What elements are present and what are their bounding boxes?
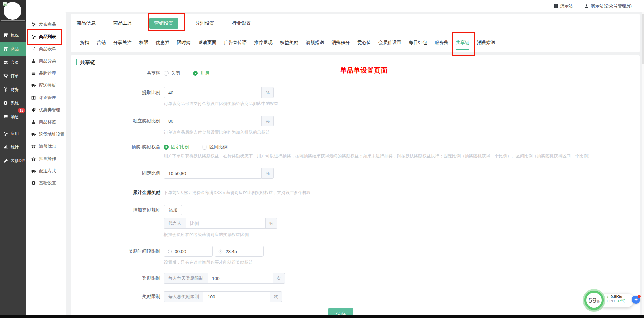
system-monitor-widget[interactable]: ↓ 0.6K/s CPU 37℃ 59 % + — [584, 289, 642, 313]
user-icon — [584, 4, 589, 8]
sidebar-item-overview[interactable]: 概况 — [0, 28, 26, 42]
sidebar-item-diy[interactable]: 装修DIY — [0, 154, 26, 167]
cumulative-row: 累计金额奖励 下单前N天累计消费金额满XXX元获得对应的比例奖励权益，支持设置多… — [71, 190, 640, 196]
spokesperson-prepend: 代言人 — [164, 218, 186, 229]
subtab-member-price[interactable]: 会员价设置 — [378, 40, 402, 46]
subnav-batch-operations[interactable]: 批量操作 — [26, 153, 66, 165]
extract-ratio-help: 订单该商品最终支付金额设置比例奖励给该商品排队中的权益 — [164, 101, 640, 107]
fixed-ratio-input[interactable] — [164, 168, 262, 179]
subtab-service-fee[interactable]: 服务费 — [435, 40, 449, 46]
independent-ratio-input[interactable] — [164, 116, 262, 126]
percent-suffix: % — [266, 218, 277, 229]
subnav-brand-management[interactable]: 品牌管理 — [26, 67, 66, 79]
percent-suffix: % — [262, 116, 274, 126]
subnav-return-address[interactable]: 退货地址设置 — [26, 128, 66, 140]
daily-limit-input[interactable] — [208, 273, 273, 284]
download-arrow-icon: ↓ — [607, 295, 609, 299]
sidebar-item-apps[interactable]: 应用 — [0, 127, 26, 140]
subtab-love-value[interactable]: 爱心值 — [357, 40, 371, 46]
sidebar-item-finance[interactable]: 财务 — [0, 83, 26, 96]
subnav-shipping-template[interactable]: 配送模板 — [26, 79, 66, 92]
goods-form-icon — [31, 47, 36, 51]
tab-industry-settings[interactable]: 行业设置 — [231, 18, 252, 29]
grid-icon — [554, 4, 558, 8]
subtab-invite-page[interactable]: 邀请页面 — [198, 40, 216, 46]
section-title: 共享链 — [76, 59, 640, 65]
assistant-plus-button[interactable]: + — [632, 296, 640, 304]
subtab-discount[interactable]: 折扣 — [80, 40, 89, 46]
sidebar-item-messages[interactable]: 消息15 — [0, 110, 26, 123]
total-limit-label: 奖励限制 — [71, 294, 164, 300]
radio-fixed-ratio[interactable]: 固定比例 — [164, 144, 189, 150]
cumulative-help: 下单前N天累计消费金额满XXX元获得对应的比例奖励权益，支持设置多个梯度 — [164, 190, 311, 196]
add-rule-label: 增加奖励规则 — [71, 207, 164, 213]
tab-goods-tools[interactable]: 商品工具 — [113, 18, 133, 29]
subtab-ad-slogan[interactable]: 广告宣传语 — [224, 40, 247, 46]
goods-category-icon — [31, 59, 36, 63]
subnav-goods-list[interactable]: 商品列表 — [26, 31, 66, 43]
subtab-coupon[interactable]: 优惠券 — [156, 40, 170, 46]
sidebar-item-stats[interactable]: 统计 — [0, 140, 26, 154]
subtab-consume-gift[interactable]: 消费赠送 — [477, 40, 495, 46]
subtab-rights-reward[interactable]: 权益奖励 — [280, 40, 298, 46]
lottery-block: 抽奖-奖励权益 固定比例 区间比例 用户下单后获得默认奖励权益，在待奖励状态下，… — [71, 144, 640, 159]
total-limit-input[interactable] — [203, 291, 270, 302]
annotation-note: 单品单设置页面 — [340, 66, 388, 75]
batch-operations-icon — [31, 157, 36, 161]
subnav-coupon-management[interactable]: 优惠券管理 — [26, 104, 66, 116]
tab-marketing-settings[interactable]: 营销设置 — [149, 18, 178, 29]
subnav-goods-category[interactable]: 商品分类 — [26, 55, 66, 67]
subnav-review-management[interactable]: 评论管理 — [26, 92, 66, 104]
site-logo[interactable] — [0, 0, 26, 22]
subnav-full-discount[interactable]: 满额优惠 — [26, 140, 66, 153]
subnav-publish-goods[interactable]: 发布商品 — [26, 18, 66, 31]
net-cpu-pill[interactable]: ↓ 0.6K/s CPU 37℃ — [599, 294, 634, 307]
subtab-share-follow[interactable]: 分享关注 — [113, 40, 132, 46]
scrollbar-thumb[interactable] — [642, 14, 644, 64]
add-rule-button[interactable]: 添加 — [164, 205, 182, 215]
taskbar-strip — [0, 315, 644, 318]
sidebar-item-members[interactable]: 会员 — [0, 56, 26, 69]
independent-ratio-label: 独立奖励比例 — [71, 118, 164, 124]
tab-profit-settings[interactable]: 分润设置 — [195, 18, 215, 29]
radio-share-on[interactable]: 开启 — [193, 70, 209, 76]
time-start-input[interactable]: 00:00 — [164, 246, 213, 257]
notification-dot — [638, 295, 641, 298]
memory-usage-gauge[interactable]: 59 % — [584, 291, 604, 310]
plus-icon: + — [634, 296, 638, 303]
top-header: 演示站 演示站(公众号管理员) — [26, 0, 644, 12]
site-name: 演示站 — [560, 3, 573, 9]
subnav-goods-tags[interactable]: 商品标签 — [26, 116, 66, 128]
goods-tags-icon — [31, 120, 36, 124]
fixed-ratio-row: 固定比例 % — [71, 168, 640, 179]
radio-share-off[interactable]: 关闭 — [164, 70, 180, 76]
extract-ratio-input[interactable] — [164, 87, 262, 98]
subnav-shipping-method[interactable]: 配送方式 — [26, 165, 66, 177]
account-menu[interactable]: 演示站(公众号管理员) — [584, 3, 632, 9]
radio-range-ratio[interactable]: 区间比例 — [202, 144, 228, 150]
subtab-permission[interactable]: 权限 — [139, 40, 148, 46]
total-limit-prepend: 每人总奖励限制 — [164, 291, 203, 302]
subtab-daily-redpacket[interactable]: 每日红包 — [409, 40, 427, 46]
time-end-input[interactable]: 23:45 — [215, 246, 264, 257]
radio-circle-icon — [193, 71, 198, 76]
tab-goods-info[interactable]: 商品信息 — [76, 18, 96, 29]
goods-icon — [3, 46, 8, 51]
primary-sidebar: 概况商品会员订单财务系统消息15应用统计装修DIY — [0, 0, 26, 318]
site-switcher[interactable]: 演示站 — [554, 3, 573, 9]
subnav-goods-form[interactable]: 商品表单 — [26, 43, 66, 55]
daily-limit-label: 奖励限制 — [71, 275, 164, 281]
subnav-basic-settings[interactable]: 基础设置 — [26, 177, 66, 189]
sidebar-item-goods[interactable]: 商品 — [0, 42, 26, 56]
sidebar-item-orders[interactable]: 订单 — [0, 69, 26, 83]
subtab-flash-sale[interactable]: 限时购 — [177, 40, 191, 46]
page-scrollbar[interactable] — [642, 12, 644, 315]
subtab-recommend-cashback[interactable]: 推荐返现 — [254, 40, 273, 46]
orders-icon — [3, 74, 8, 78]
save-button[interactable]: 保存 — [328, 308, 353, 315]
subtab-full-gift[interactable]: 满额赠送 — [306, 40, 324, 46]
subtab-share-chain[interactable]: 共享链 — [456, 40, 470, 46]
spokesperson-ratio-input[interactable] — [186, 218, 266, 229]
subtab-marketing[interactable]: 营销 — [97, 40, 106, 46]
subtab-consume-points[interactable]: 消费积分 — [332, 40, 350, 46]
